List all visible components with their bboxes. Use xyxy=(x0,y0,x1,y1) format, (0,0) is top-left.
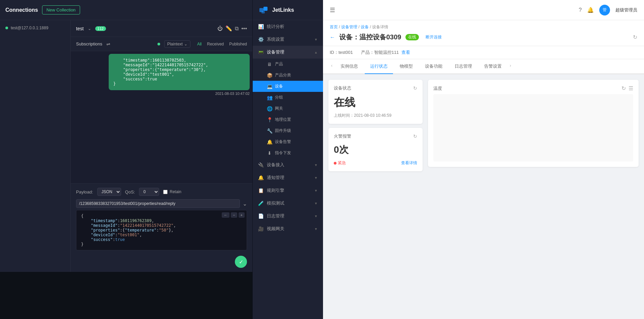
copy-icon[interactable]: ⧉ xyxy=(235,26,239,32)
alert-card: 火警报警 ↻ 0次 紧急 查看详情 xyxy=(328,128,423,171)
tab-chevron-icon: ⌄ xyxy=(88,26,91,31)
status-badge: 在线 xyxy=(405,34,419,40)
nav-item-stats[interactable]: 📊 统计分析 xyxy=(253,20,323,33)
device-id: ID：test001 xyxy=(330,49,353,56)
nav-item-device-mgmt[interactable]: 📟 设备管理 ▲ xyxy=(253,46,323,59)
connections-sidebar: test@127.0.0.1:1889 xyxy=(0,20,71,272)
view-detail-link[interactable]: 查看详情 xyxy=(401,160,417,166)
nav-item-rules[interactable]: 📋 规则引擎 ▼ xyxy=(253,184,323,197)
notify-chevron-icon: ▼ xyxy=(314,176,318,180)
mqtt-tab-bar: test ⌄ 112 ⏻ ✏️ ⧉ ••• xyxy=(71,20,252,37)
temp-card-settings-icon[interactable]: ☰ xyxy=(629,85,633,92)
breadcrumb-device-mgmt[interactable]: 设备管理 xyxy=(341,25,357,29)
temp-card-title: 温度 xyxy=(433,85,442,92)
nav-device-alert-label: 设备告警 xyxy=(275,139,291,145)
payload-format-select[interactable]: JSON xyxy=(97,188,121,196)
disconnect-button[interactable]: 断开连接 xyxy=(426,34,442,40)
filter-tab-all[interactable]: All xyxy=(197,42,202,46)
settings-chevron-icon: ▼ xyxy=(314,38,318,41)
nav-product-category-label: 产品分类 xyxy=(275,72,291,78)
help-icon[interactable]: ? xyxy=(579,7,582,13)
filter-tabs: All Received Published xyxy=(197,42,247,46)
device-alert-icon: 🔔 xyxy=(267,139,272,145)
retain-checkbox[interactable] xyxy=(163,190,168,194)
filter-icon[interactable]: ⇌ xyxy=(106,41,110,47)
nav-sub-product[interactable]: 🖥 产品 xyxy=(253,59,323,70)
filter-tab-received[interactable]: Received xyxy=(207,42,224,46)
alert-tag: 紧急 xyxy=(334,160,346,166)
topic-chevron-icon[interactable]: ⌄ xyxy=(243,201,247,207)
alert-card-header: 火警报警 ↻ xyxy=(334,133,417,139)
nav-list: 📊 统计分析 ⚙️ 系统设置 ▼ 📟 设备管理 ▲ 🖥 产品 📦 产品分类 xyxy=(253,20,323,319)
breadcrumb-device[interactable]: 设备 xyxy=(361,25,369,29)
nav-item-simulate[interactable]: 🧪 模拟测试 ▼ xyxy=(253,197,323,210)
connection-label: test@127.0.0.1:1889 xyxy=(11,26,48,30)
tab-left-arrow[interactable]: ‹ xyxy=(330,59,334,73)
tab-runtime-status[interactable]: 运行状态 xyxy=(365,59,393,74)
topic-row: /1236859833832701953/test001/properties/… xyxy=(76,199,247,208)
edit-icon[interactable]: ✏️ xyxy=(225,25,232,32)
nav-sub-device[interactable]: 💻 设备 xyxy=(253,81,323,92)
nav-item-device-access[interactable]: 🔌 设备接入 ▼ xyxy=(253,158,323,171)
nav-product-label: 产品 xyxy=(275,61,283,67)
breadcrumb-home[interactable]: 首页 xyxy=(330,25,338,29)
message-bubble: "timestamp":160113070Z503, "messageId":"… xyxy=(109,54,250,90)
nav-sub-group[interactable]: 👥 分组 xyxy=(253,92,323,103)
tab-thing-model[interactable]: 物模型 xyxy=(394,59,418,74)
tab-instance-info[interactable]: 实例信息 xyxy=(335,59,363,74)
json-back-button[interactable]: ← xyxy=(222,212,229,218)
tab-right-arrow[interactable]: › xyxy=(508,59,512,73)
filter-tab-published[interactable]: Published xyxy=(229,42,247,46)
connection-status-dot xyxy=(5,27,8,29)
alert-card-refresh-icon[interactable]: ↻ xyxy=(413,134,417,139)
nav-sub-command[interactable]: ⬇ 指令下发 xyxy=(253,147,323,158)
tab-device-function[interactable]: 设备功能 xyxy=(420,59,448,74)
temp-card-refresh-icon[interactable]: ↻ xyxy=(621,85,626,92)
nav-settings-label: 系统设置 xyxy=(267,36,284,42)
nav-log-label: 日志管理 xyxy=(267,213,284,219)
back-button[interactable]: ← xyxy=(330,34,335,40)
nav-item-settings[interactable]: ⚙️ 系统设置 ▼ xyxy=(253,33,323,46)
connection-item[interactable]: test@127.0.0.1:1889 xyxy=(0,23,70,33)
device-mgmt-icon: 📟 xyxy=(258,49,263,55)
nav-command-label: 指令下发 xyxy=(275,150,291,156)
nav-item-log[interactable]: 📄 日志管理 ▼ xyxy=(253,210,323,222)
status-card-refresh-icon[interactable]: ↻ xyxy=(413,85,417,91)
tab-alert-settings[interactable]: 告警设置 xyxy=(479,59,507,74)
jetlinks-logo: JetLinks xyxy=(253,0,323,20)
more-icon[interactable]: ••• xyxy=(241,26,247,32)
rules-chevron-icon: ▼ xyxy=(314,189,318,192)
device-panel: ☰ ? 🔔 管 超级管理员 首页 / 设备管理 / 设备 / 设备详情 ← 设备… xyxy=(323,0,644,319)
qos-select[interactable]: 0 1 2 xyxy=(139,188,159,196)
mqtt-main: test ⌄ 112 ⏻ ✏️ ⧉ ••• Subscriptions ⇌ Pl… xyxy=(71,20,252,272)
send-button[interactable]: ✓ xyxy=(235,256,247,268)
new-collection-button[interactable]: New Collection xyxy=(42,5,80,14)
jetlinks-sidebar: JetLinks 📊 统计分析 ⚙️ 系统设置 ▼ 📟 设备管理 ▲ 🖥 产 xyxy=(252,0,323,319)
svg-rect-1 xyxy=(263,7,267,11)
mqtt-header: Connections New Collection xyxy=(0,0,252,20)
nav-item-video[interactable]: 🎥 视频网关 ▼ xyxy=(253,222,323,235)
nav-sub-geo[interactable]: 📍 地理位置 xyxy=(253,114,323,125)
status-card-header: 设备状态 ↻ xyxy=(334,85,417,91)
tab-log-mgmt[interactable]: 日志管理 xyxy=(449,59,477,74)
nav-sub-device-alert[interactable]: 🔔 设备告警 xyxy=(253,136,323,147)
nav-sub-gateway[interactable]: 🌐 网关 xyxy=(253,103,323,114)
topic-input[interactable]: /1236859833832701953/test001/properties/… xyxy=(76,199,240,208)
notification-bell-icon[interactable]: 🔔 xyxy=(587,7,594,13)
device-product-view-link[interactable]: 查看 xyxy=(401,49,410,56)
json-editor[interactable]: ← − + { "timestamp":1601196762389, "mess… xyxy=(76,210,247,250)
hamburger-icon[interactable]: ☰ xyxy=(330,6,335,14)
nav-sub-firmware[interactable]: 🔧 固件升级 xyxy=(253,125,323,136)
refresh-icon[interactable]: ↻ xyxy=(633,34,637,40)
json-undo-button[interactable]: − xyxy=(231,212,237,218)
nav-item-notify[interactable]: 🔔 通知管理 ▼ xyxy=(253,171,323,184)
power-icon[interactable]: ⏻ xyxy=(217,26,223,32)
device-meta: ID：test001 产品：智能温控111 查看 xyxy=(323,46,644,59)
status-value: 在线 xyxy=(334,95,417,110)
device-access-icon: 🔌 xyxy=(258,162,263,168)
plaintext-button[interactable]: Plaintext ⌄ xyxy=(164,40,190,48)
geo-icon: 📍 xyxy=(267,117,272,122)
json-redo-button[interactable]: + xyxy=(239,212,245,218)
nav-sub-product-category[interactable]: 📦 产品分类 xyxy=(253,70,323,81)
device-access-chevron-icon: ▼ xyxy=(314,163,318,167)
